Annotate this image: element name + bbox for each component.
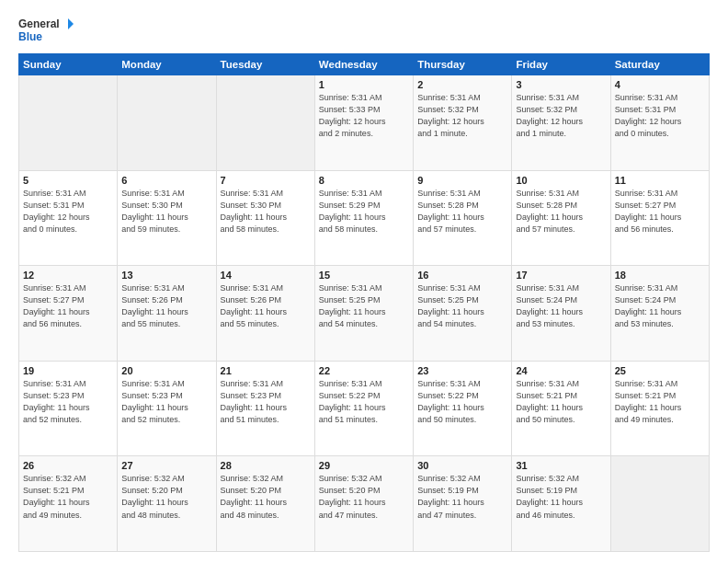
col-header-tuesday: Tuesday: [216, 54, 314, 75]
day-number: 30: [417, 460, 507, 471]
day-number: 19: [23, 365, 113, 376]
day-number: 3: [516, 79, 606, 90]
day-cell: 15Sunrise: 5:31 AM Sunset: 5:25 PM Dayli…: [314, 266, 413, 362]
day-info: Sunrise: 5:31 AM Sunset: 5:32 PM Dayligh…: [417, 92, 507, 140]
day-number: 4: [615, 79, 705, 90]
day-cell: [610, 456, 709, 552]
day-number: 27: [121, 460, 211, 471]
logo: General Blue: [18, 15, 74, 48]
day-cell: 31Sunrise: 5:32 AM Sunset: 5:19 PM Dayli…: [512, 456, 610, 552]
day-number: 26: [23, 460, 113, 471]
day-cell: 20Sunrise: 5:31 AM Sunset: 5:23 PM Dayli…: [118, 361, 216, 456]
day-number: 8: [319, 175, 409, 186]
day-cell: 4Sunrise: 5:31 AM Sunset: 5:31 PM Daylig…: [610, 75, 709, 171]
day-cell: 21Sunrise: 5:31 AM Sunset: 5:23 PM Dayli…: [216, 361, 314, 456]
day-cell: 8Sunrise: 5:31 AM Sunset: 5:29 PM Daylig…: [314, 170, 413, 266]
day-cell: 16Sunrise: 5:31 AM Sunset: 5:25 PM Dayli…: [414, 266, 512, 362]
day-number: 25: [615, 365, 705, 376]
day-number: 31: [516, 460, 606, 471]
col-header-thursday: Thursday: [414, 54, 512, 75]
day-info: Sunrise: 5:32 AM Sunset: 5:20 PM Dayligh…: [221, 473, 311, 521]
week-row-2: 5Sunrise: 5:31 AM Sunset: 5:31 PM Daylig…: [19, 170, 710, 266]
day-number: 22: [319, 365, 409, 376]
day-cell: 17Sunrise: 5:31 AM Sunset: 5:24 PM Dayli…: [512, 266, 610, 362]
day-cell: 3Sunrise: 5:31 AM Sunset: 5:32 PM Daylig…: [512, 75, 610, 171]
day-number: 11: [615, 175, 705, 186]
week-row-4: 19Sunrise: 5:31 AM Sunset: 5:23 PM Dayli…: [19, 361, 710, 456]
day-number: 16: [417, 270, 507, 281]
day-cell: 22Sunrise: 5:31 AM Sunset: 5:22 PM Dayli…: [314, 361, 413, 456]
page-header: General Blue: [18, 15, 710, 48]
day-cell: 30Sunrise: 5:32 AM Sunset: 5:19 PM Dayli…: [414, 456, 512, 552]
calendar-header-row: SundayMondayTuesdayWednesdayThursdayFrid…: [19, 54, 710, 75]
day-number: 2: [417, 79, 507, 90]
day-info: Sunrise: 5:31 AM Sunset: 5:27 PM Dayligh…: [23, 282, 113, 330]
day-info: Sunrise: 5:31 AM Sunset: 5:22 PM Dayligh…: [417, 378, 507, 426]
day-cell: 26Sunrise: 5:32 AM Sunset: 5:21 PM Dayli…: [19, 456, 118, 552]
day-info: Sunrise: 5:31 AM Sunset: 5:21 PM Dayligh…: [516, 378, 606, 426]
day-number: 28: [221, 460, 311, 471]
day-number: 21: [221, 365, 311, 376]
day-number: 29: [319, 460, 409, 471]
day-number: 23: [417, 365, 507, 376]
day-cell: 23Sunrise: 5:31 AM Sunset: 5:22 PM Dayli…: [414, 361, 512, 456]
day-info: Sunrise: 5:31 AM Sunset: 5:25 PM Dayligh…: [319, 282, 409, 330]
day-info: Sunrise: 5:31 AM Sunset: 5:21 PM Dayligh…: [615, 378, 705, 426]
day-cell: [19, 75, 118, 171]
day-cell: [216, 75, 314, 171]
day-number: 15: [319, 270, 409, 281]
day-info: Sunrise: 5:31 AM Sunset: 5:29 PM Dayligh…: [319, 188, 409, 236]
day-cell: 14Sunrise: 5:31 AM Sunset: 5:26 PM Dayli…: [216, 266, 314, 362]
svg-text:Blue: Blue: [18, 30, 42, 43]
day-info: Sunrise: 5:31 AM Sunset: 5:23 PM Dayligh…: [23, 378, 113, 426]
day-info: Sunrise: 5:31 AM Sunset: 5:23 PM Dayligh…: [121, 378, 211, 426]
svg-marker-2: [68, 18, 74, 29]
day-info: Sunrise: 5:31 AM Sunset: 5:31 PM Dayligh…: [23, 188, 113, 236]
day-number: 6: [121, 175, 211, 186]
day-info: Sunrise: 5:32 AM Sunset: 5:19 PM Dayligh…: [516, 473, 606, 521]
col-header-wednesday: Wednesday: [314, 54, 413, 75]
day-cell: 28Sunrise: 5:32 AM Sunset: 5:20 PM Dayli…: [216, 456, 314, 552]
day-info: Sunrise: 5:31 AM Sunset: 5:32 PM Dayligh…: [516, 92, 606, 140]
day-info: Sunrise: 5:31 AM Sunset: 5:30 PM Dayligh…: [221, 188, 311, 236]
day-cell: 24Sunrise: 5:31 AM Sunset: 5:21 PM Dayli…: [512, 361, 610, 456]
day-info: Sunrise: 5:31 AM Sunset: 5:31 PM Dayligh…: [615, 92, 705, 140]
day-cell: 9Sunrise: 5:31 AM Sunset: 5:28 PM Daylig…: [414, 170, 512, 266]
col-header-friday: Friday: [512, 54, 610, 75]
day-cell: 12Sunrise: 5:31 AM Sunset: 5:27 PM Dayli…: [19, 266, 118, 362]
day-info: Sunrise: 5:31 AM Sunset: 5:33 PM Dayligh…: [319, 92, 409, 140]
day-number: 24: [516, 365, 606, 376]
day-cell: 29Sunrise: 5:32 AM Sunset: 5:20 PM Dayli…: [314, 456, 413, 552]
day-number: 14: [221, 270, 311, 281]
week-row-5: 26Sunrise: 5:32 AM Sunset: 5:21 PM Dayli…: [19, 456, 710, 552]
day-cell: 25Sunrise: 5:31 AM Sunset: 5:21 PM Dayli…: [610, 361, 709, 456]
day-info: Sunrise: 5:31 AM Sunset: 5:25 PM Dayligh…: [417, 282, 507, 330]
day-number: 5: [23, 175, 113, 186]
day-info: Sunrise: 5:31 AM Sunset: 5:26 PM Dayligh…: [221, 282, 311, 330]
day-cell: 1Sunrise: 5:31 AM Sunset: 5:33 PM Daylig…: [314, 75, 413, 171]
week-row-3: 12Sunrise: 5:31 AM Sunset: 5:27 PM Dayli…: [19, 266, 710, 362]
col-header-sunday: Sunday: [19, 54, 118, 75]
col-header-saturday: Saturday: [610, 54, 709, 75]
calendar-table: SundayMondayTuesdayWednesdayThursdayFrid…: [18, 53, 710, 552]
day-cell: 7Sunrise: 5:31 AM Sunset: 5:30 PM Daylig…: [216, 170, 314, 266]
day-info: Sunrise: 5:31 AM Sunset: 5:24 PM Dayligh…: [615, 282, 705, 330]
day-info: Sunrise: 5:31 AM Sunset: 5:23 PM Dayligh…: [221, 378, 311, 426]
day-number: 13: [121, 270, 211, 281]
col-header-monday: Monday: [118, 54, 216, 75]
day-info: Sunrise: 5:32 AM Sunset: 5:20 PM Dayligh…: [319, 473, 409, 521]
day-cell: 19Sunrise: 5:31 AM Sunset: 5:23 PM Dayli…: [19, 361, 118, 456]
day-info: Sunrise: 5:31 AM Sunset: 5:22 PM Dayligh…: [319, 378, 409, 426]
day-cell: 5Sunrise: 5:31 AM Sunset: 5:31 PM Daylig…: [19, 170, 118, 266]
day-number: 9: [417, 175, 507, 186]
day-number: 18: [615, 270, 705, 281]
day-cell: 18Sunrise: 5:31 AM Sunset: 5:24 PM Dayli…: [610, 266, 709, 362]
day-number: 12: [23, 270, 113, 281]
day-info: Sunrise: 5:32 AM Sunset: 5:19 PM Dayligh…: [417, 473, 507, 521]
day-info: Sunrise: 5:32 AM Sunset: 5:20 PM Dayligh…: [121, 473, 211, 521]
day-number: 7: [221, 175, 311, 186]
day-cell: 2Sunrise: 5:31 AM Sunset: 5:32 PM Daylig…: [414, 75, 512, 171]
svg-text:General: General: [18, 17, 60, 30]
day-cell: 13Sunrise: 5:31 AM Sunset: 5:26 PM Dayli…: [118, 266, 216, 362]
day-info: Sunrise: 5:31 AM Sunset: 5:27 PM Dayligh…: [615, 188, 705, 236]
